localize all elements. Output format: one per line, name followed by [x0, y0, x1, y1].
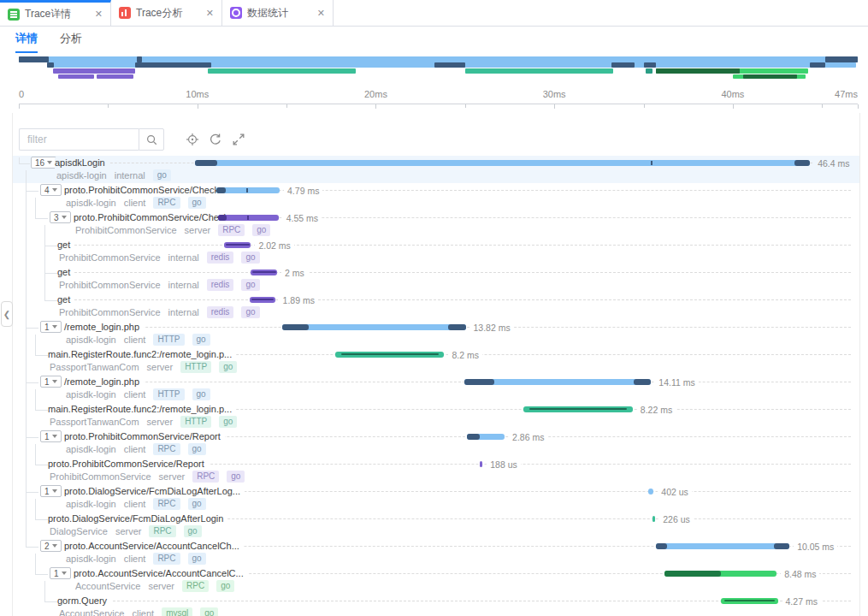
trace-span-row[interactable]: 2proto.AccountService/AccountCancelCh...… [13, 539, 859, 566]
trace-span-row[interactable]: proto.DialogService/FcmDiaLogAfterLoginD… [13, 512, 859, 539]
span-duration-bar[interactable] [224, 242, 251, 248]
span-name: get [57, 240, 74, 251]
span-duration-bar[interactable] [216, 187, 280, 193]
window-tab-0[interactable]: Trace详情✕ [0, 0, 111, 26]
trace-span-row[interactable]: 16apisdkLoginapisdk-logininternalgo46.4 … [13, 156, 859, 183]
window-tab-1[interactable]: Trace分析✕ [111, 0, 222, 26]
span-count-badge[interactable]: 2 [40, 540, 62, 552]
trace-minimap[interactable] [0, 53, 868, 84]
span-count-badge[interactable]: 1 [40, 485, 62, 497]
span-tag-chip: mysql [162, 607, 192, 616]
span-meta: apisdk-loginclientRPCgo [66, 498, 206, 510]
time-axis: 010ms20ms30ms40ms47ms [0, 86, 868, 113]
span-meta: ProhibitCommonServiceinternalredisgo [59, 306, 260, 318]
minimap-bar [97, 74, 133, 79]
span-duration-bar[interactable] [195, 160, 810, 166]
trace-span-row[interactable]: 1proto.DialogService/FcmDiaLogAfterLog..… [13, 484, 859, 512]
span-tag-chip: RPC [192, 471, 219, 483]
span-duration-label: 8.2 ms [448, 350, 482, 360]
chevron-down-icon [62, 572, 67, 575]
tree-connector [35, 554, 36, 574]
span-tag-chip: RPC [182, 580, 209, 592]
span-meta: ProhibitCommonServiceserverRPCgo [50, 471, 245, 483]
trace-span-row[interactable]: 1proto.AccountService/AccountCancelC...A… [13, 566, 859, 594]
trace-span-row[interactable]: 4proto.ProhibitCommonService/Checkapisdk… [13, 183, 859, 210]
span-duration-bar[interactable] [648, 489, 653, 495]
window-tab-2[interactable]: 数据统计✕ [222, 0, 334, 26]
axis-tick-label: 0 [19, 89, 24, 99]
span-duration-bar[interactable] [282, 324, 465, 330]
span-tag-chip: go [184, 525, 202, 537]
span-duration-bar[interactable] [464, 379, 652, 385]
span-duration-label: 14.11 ms [655, 377, 698, 388]
span-duration-bar[interactable] [523, 406, 632, 412]
collapse-panel-handle[interactable]: ❮ [1, 301, 13, 327]
span-self-time-line [226, 244, 250, 246]
trace-span-row[interactable]: main.RegisterRoute.func2:/remote_login.p… [13, 347, 859, 375]
trace-span-row[interactable]: getProhibitCommonServiceinternalredisgo2… [13, 265, 859, 293]
tree-connector [26, 191, 38, 192]
locate-icon[interactable] [186, 133, 199, 146]
span-name: gorm.Query [57, 595, 111, 607]
span-name: /remote_login.php [64, 376, 144, 388]
span-self-time-segment [664, 571, 722, 577]
span-duration-label: 2 ms [281, 268, 308, 278]
span-duration-bar[interactable] [664, 571, 776, 577]
span-tag-chip: go [227, 471, 245, 483]
span-count-badge[interactable]: 1 [40, 376, 62, 388]
span-tag-chip: HTTP [153, 334, 184, 346]
trace-span-row[interactable]: proto.ProhibitCommonService/ReportProhib… [13, 457, 859, 484]
minimap-bar [611, 62, 635, 68]
span-meta: PassportTanwanComserverHTTPgo [50, 361, 237, 373]
close-icon[interactable]: ✕ [95, 9, 103, 20]
trace-span-row[interactable]: 1proto.ProhibitCommonService/Reportapisd… [13, 429, 859, 457]
axis-tick-label: 47ms [835, 89, 858, 99]
filter-input[interactable] [19, 128, 139, 151]
span-duration-bar[interactable] [335, 352, 444, 358]
span-count-badge[interactable]: 1 [50, 567, 71, 579]
span-duration-bar[interactable] [250, 297, 275, 303]
trace-span-row[interactable]: 1/remote_login.phpapisdk-loginclientHTTP… [13, 375, 859, 402]
chevron-down-icon [62, 216, 67, 219]
span-duration-bar[interactable] [480, 461, 482, 467]
span-self-time-line [252, 271, 276, 273]
span-duration-label: 46.4 ms [814, 158, 853, 169]
axis-tick-label: 10ms [186, 89, 209, 99]
span-count-badge[interactable]: 1 [40, 430, 62, 442]
span-tag-chip: go [241, 252, 259, 264]
trace-span-row[interactable]: getProhibitCommonServiceinternalredisgo2… [13, 238, 859, 265]
span-self-time-segment [216, 187, 227, 193]
span-duration-label: 2.86 ms [509, 432, 547, 442]
expand-icon[interactable] [232, 133, 245, 146]
window-tab-bar: Trace详情✕Trace分析✕数据统计✕ [0, 0, 868, 27]
trace-span-row[interactable]: getProhibitCommonServiceinternalredisgo1… [13, 293, 859, 320]
span-duration-bar[interactable] [251, 270, 277, 275]
span-self-time-segment [656, 543, 666, 549]
refresh-icon[interactable] [209, 133, 222, 146]
span-duration-bar[interactable] [656, 543, 789, 549]
close-icon[interactable]: ✕ [206, 8, 214, 19]
trace-span-row[interactable]: 3proto.ProhibitCommonService/CheckProhib… [13, 210, 859, 238]
span-count-badge[interactable]: 4 [40, 184, 62, 196]
span-count-badge[interactable]: 3 [50, 211, 71, 223]
span-tag-chip: go [188, 553, 206, 565]
span-tag-chip: RPC [218, 224, 245, 236]
span-duration-bar[interactable] [652, 516, 656, 522]
tree-connector [35, 574, 48, 575]
search-button[interactable] [139, 128, 164, 151]
tab-analysis[interactable]: 分析 [60, 31, 82, 53]
span-count-badge[interactable]: 16 [31, 157, 56, 169]
trace-span-row[interactable]: main.RegisterRoute.func2:/remote_login.p… [13, 402, 859, 429]
span-duration-bar[interactable] [467, 434, 505, 440]
trace-span-row[interactable]: gorm.QueryAccountServiceclientmysqlgo4.2… [13, 594, 859, 616]
span-duration-bar[interactable] [721, 598, 777, 604]
close-icon[interactable]: ✕ [317, 8, 325, 19]
span-count-badge[interactable]: 1 [40, 321, 62, 333]
tab-detail[interactable]: 详情 [15, 31, 38, 53]
span-duration-bar[interactable] [218, 215, 279, 221]
tree-connector [26, 437, 38, 438]
tree-connector [44, 225, 45, 300]
trace-span-row[interactable]: 1/remote_login.phpapisdk-loginclientHTTP… [13, 320, 859, 347]
span-duration-label: 13.82 ms [470, 323, 514, 333]
minimap-bar [743, 74, 797, 79]
